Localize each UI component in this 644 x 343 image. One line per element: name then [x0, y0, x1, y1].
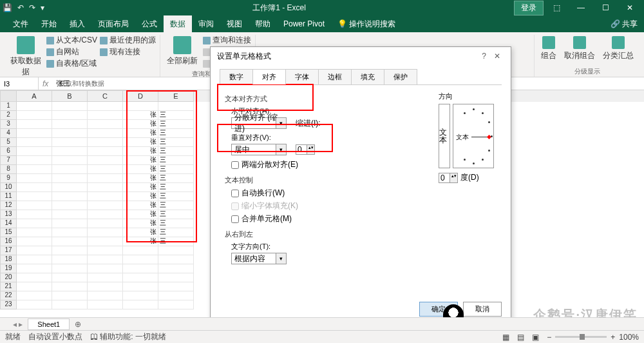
cell[interactable] [17, 291, 52, 300]
cell[interactable]: 三 [158, 201, 194, 210]
cell[interactable] [52, 183, 88, 192]
cell[interactable]: 三 [158, 111, 194, 120]
row-header[interactable]: 5 [0, 138, 17, 147]
login-button[interactable]: 登录 [514, 1, 544, 15]
cell[interactable]: 张 [123, 201, 158, 210]
row-header[interactable]: 18 [0, 255, 17, 264]
cell[interactable]: 三 [158, 192, 194, 201]
tab-data[interactable]: 数据 [164, 15, 192, 32]
cell[interactable] [17, 201, 52, 210]
tab-home[interactable]: 开始 [35, 15, 63, 32]
cell[interactable]: 张 [123, 147, 158, 156]
cell[interactable] [52, 165, 88, 174]
cell[interactable] [52, 156, 88, 165]
new-sheet-button[interactable]: ⊕ [70, 318, 86, 330]
cell[interactable] [88, 282, 123, 291]
cell[interactable] [17, 255, 52, 264]
cell[interactable] [123, 255, 158, 264]
minimize-icon[interactable]: — [569, 1, 592, 14]
cancel-button[interactable]: 取消 [463, 302, 502, 317]
cell[interactable]: 三 [158, 219, 194, 228]
cell[interactable]: 张 [123, 138, 158, 147]
name-box[interactable]: I3 [0, 77, 39, 90]
cell[interactable]: 张 [123, 111, 158, 120]
cell[interactable]: 三 [158, 237, 194, 246]
justify-distributed-checkbox[interactable] [231, 161, 239, 169]
from-text-csv[interactable]: 从文本/CSV [46, 35, 97, 46]
cell[interactable] [88, 120, 123, 129]
row-header[interactable]: 23 [0, 300, 17, 309]
row-header[interactable]: 11 [0, 192, 17, 201]
tab-help[interactable]: 帮助 [249, 15, 277, 32]
cell[interactable] [88, 147, 123, 156]
cell[interactable] [88, 273, 123, 282]
cell[interactable]: 三 [158, 147, 194, 156]
select-all-corner[interactable] [0, 90, 17, 102]
cell[interactable] [88, 192, 123, 201]
cell[interactable] [52, 147, 88, 156]
tell-me-search[interactable]: 💡 操作说明搜索 [331, 15, 402, 32]
cell[interactable]: 三 [158, 228, 194, 237]
cell[interactable]: 张 [123, 219, 158, 228]
tab-view[interactable]: 视图 [220, 15, 249, 32]
cell[interactable] [17, 282, 52, 291]
cell[interactable] [52, 291, 88, 300]
cell[interactable] [123, 264, 158, 273]
help-icon[interactable]: ? [478, 52, 490, 61]
row-header[interactable]: 14 [0, 219, 17, 228]
cell[interactable] [17, 147, 52, 156]
cell[interactable] [88, 291, 123, 300]
cell[interactable] [88, 237, 123, 246]
cell[interactable] [17, 120, 52, 129]
orientation-dial[interactable]: 文本 [453, 104, 494, 168]
col-header[interactable]: E [158, 90, 194, 102]
cell[interactable] [88, 201, 123, 210]
row-header[interactable]: 6 [0, 147, 17, 156]
cell[interactable] [88, 183, 123, 192]
cell[interactable] [123, 300, 158, 309]
cell[interactable] [52, 282, 88, 291]
formula-input[interactable]: 张三 [52, 79, 74, 88]
text-direction-combo[interactable]: 根据内容▾ [231, 253, 287, 264]
cell[interactable] [52, 138, 88, 147]
cell[interactable]: 三 [158, 210, 194, 219]
cell[interactable] [52, 246, 88, 255]
cell[interactable] [52, 264, 88, 273]
cell[interactable]: 三 [158, 183, 194, 192]
tab-review[interactable]: 审阅 [192, 15, 220, 32]
view-break-icon[interactable]: ▣ [532, 333, 539, 342]
cell[interactable] [158, 246, 194, 255]
chevron-down-icon[interactable]: ▾ [276, 144, 286, 155]
row-header[interactable]: 19 [0, 264, 17, 273]
cell[interactable] [88, 219, 123, 228]
row-header[interactable]: 17 [0, 246, 17, 255]
zoom-slider[interactable]: −+ 100% [547, 333, 639, 342]
cell[interactable]: 张 [123, 237, 158, 246]
cell[interactable] [52, 120, 88, 129]
tab-number[interactable]: 数字 [220, 69, 253, 84]
share-button[interactable]: 🔗 共享 [611, 19, 644, 30]
cell[interactable] [52, 255, 88, 264]
cell[interactable] [52, 210, 88, 219]
tab-insert[interactable]: 插入 [63, 15, 91, 32]
existing-conn[interactable]: 现有连接 [100, 46, 156, 57]
cell[interactable]: 张 [123, 165, 158, 174]
cell[interactable] [17, 210, 52, 219]
group-button[interactable]: 组合 [538, 35, 559, 63]
cell[interactable] [88, 174, 123, 183]
tab-border[interactable]: 边框 [318, 69, 352, 84]
col-header[interactable]: A [17, 90, 52, 102]
cell[interactable] [52, 219, 88, 228]
chevron-down-icon[interactable]: ▾ [276, 253, 286, 264]
cell[interactable] [17, 300, 52, 309]
cell[interactable]: 三 [158, 156, 194, 165]
row-header[interactable]: 1 [0, 102, 17, 111]
cell[interactable] [17, 219, 52, 228]
cell[interactable] [158, 300, 194, 309]
cell[interactable] [88, 210, 123, 219]
v-align-combo[interactable]: 居中▾ [231, 144, 287, 155]
dialog-close-icon[interactable]: ✕ [490, 52, 504, 61]
cell[interactable] [88, 165, 123, 174]
view-normal-icon[interactable]: ▦ [502, 333, 509, 342]
cell[interactable]: 张 [123, 129, 158, 138]
